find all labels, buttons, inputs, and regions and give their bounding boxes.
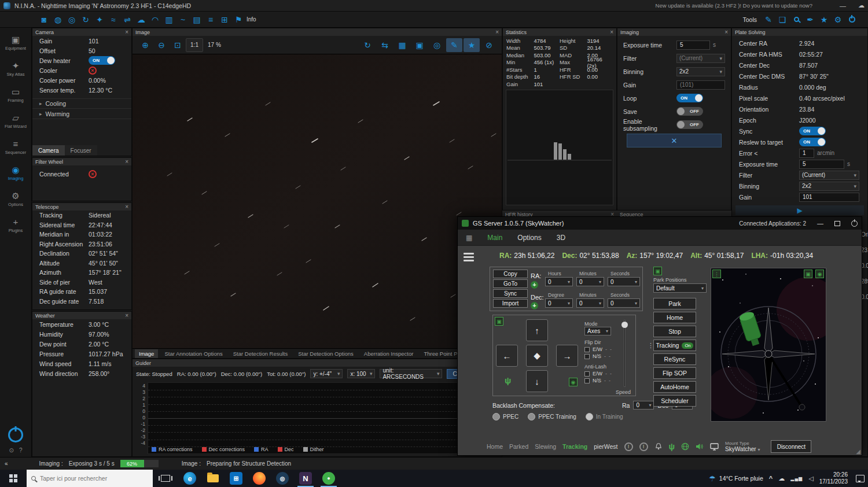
flip-sop-button[interactable]: Flip SOP — [653, 367, 696, 379]
gs-maximize-button[interactable] — [834, 221, 840, 226]
close-icon[interactable]: × — [125, 204, 128, 210]
legend-item[interactable]: Dither — [303, 447, 324, 452]
legend-item[interactable]: RA — [254, 447, 269, 452]
tray-cloud-icon[interactable]: ☁ — [778, 475, 785, 482]
legend-item[interactable]: RA corrections — [152, 447, 193, 452]
star-icon[interactable]: ★ — [817, 13, 831, 26]
taskbar-firefox[interactable] — [248, 470, 271, 487]
sync-button[interactable]: Sync — [493, 289, 528, 298]
park-edit-icon[interactable]: ▣ — [653, 267, 662, 275]
tab-camera[interactable]: Camera — [32, 145, 65, 156]
binning-select[interactable]: 2x2▾ — [676, 67, 725, 76]
minimize-button[interactable]: — — [840, 2, 846, 9]
platesolve-icon[interactable]: ⊞ — [218, 13, 231, 26]
gain-input[interactable]: (101) — [676, 80, 725, 90]
power-icon[interactable] — [845, 13, 859, 26]
close-icon[interactable]: × — [610, 29, 613, 35]
error-input[interactable]: 1 — [799, 149, 814, 158]
star-detect-icon[interactable]: ★ — [464, 38, 480, 52]
annotate-icon[interactable]: ✎ — [762, 13, 775, 26]
tab-focuser[interactable]: Focuser — [65, 145, 97, 156]
taskbar-search[interactable] — [27, 470, 153, 487]
brush-icon[interactable]: ✒ — [803, 13, 817, 26]
ps-binning-select[interactable]: 2x2▾ — [799, 182, 859, 191]
sidebar-item-options[interactable]: ⚙ Options — [0, 186, 31, 212]
save-toggle[interactable]: OFF — [676, 107, 703, 116]
lash-ew-checkbox[interactable] — [584, 371, 590, 377]
sync-toggle[interactable]: ON — [799, 127, 826, 135]
slew-north-button[interactable]: ↑ — [526, 319, 548, 341]
info-icon[interactable]: ⚑ — [231, 13, 245, 26]
tray-caret-icon[interactable]: ^ — [769, 475, 773, 482]
gs-tab-options[interactable]: Options — [517, 234, 541, 242]
ppec-training-indicator[interactable] — [528, 413, 535, 420]
subsampling-toggle[interactable]: OFF — [676, 120, 703, 129]
image-tab[interactable]: Aberration Inspector — [360, 349, 418, 358]
disconnect-button[interactable]: Disconnect — [771, 440, 811, 453]
handpad-monitor-icon[interactable]: ◉ — [569, 378, 578, 386]
telescope-icon[interactable]: ✦ — [93, 13, 106, 26]
weather-icon[interactable]: ☁ — [134, 13, 148, 26]
legend-item[interactable]: Dec — [278, 447, 294, 452]
guider-icon[interactable]: ≈ — [106, 13, 120, 26]
search-input[interactable] — [40, 475, 138, 482]
gs-tab-main[interactable]: Main — [487, 234, 502, 242]
usb-icon[interactable]: ψ — [505, 375, 511, 385]
park-position-select[interactable]: Default▾ — [653, 283, 707, 293]
reslew-toggle[interactable]: ON — [799, 138, 826, 146]
close-icon[interactable]: × — [125, 29, 128, 35]
usb-status-icon[interactable]: ψ — [669, 442, 675, 451]
slew-south-button[interactable]: ↓ — [526, 370, 548, 392]
ps-exposure-input[interactable]: 5 — [799, 160, 844, 169]
ra-minutes-select[interactable]: 0▾ — [576, 277, 604, 286]
eye-icon[interactable]: ⊙ — [9, 447, 14, 453]
tracking-button[interactable]: TrackingOn — [653, 340, 696, 351]
annotate-image-icon[interactable]: ✎ — [446, 38, 462, 52]
handpad-edit-icon[interactable]: ▣ — [495, 317, 503, 326]
park-button[interactable]: Park — [653, 298, 696, 309]
taskbar-nina[interactable]: N — [294, 470, 317, 487]
dew-heater-toggle[interactable]: ON — [89, 56, 115, 65]
ps-gain-input[interactable]: 101 — [799, 193, 859, 202]
flip-horizontal-icon[interactable]: ⇆ — [377, 38, 393, 52]
close-icon[interactable]: × — [125, 313, 128, 319]
image-tab[interactable]: Star Detection Options — [294, 349, 358, 358]
taskbar-sgp[interactable]: ● — [317, 470, 340, 487]
stop-button[interactable]: Stop — [653, 326, 696, 337]
platesolve-play-button[interactable]: ▶ — [735, 205, 864, 215]
gs-tab-3d[interactable]: 3D — [557, 234, 565, 242]
zoom-out-icon[interactable]: ⊖ — [153, 38, 170, 52]
grid-icon[interactable]: ▦ — [394, 38, 410, 52]
close-icon[interactable]: × — [125, 159, 128, 165]
lash-ns-checkbox[interactable] — [584, 378, 590, 383]
backlash-ra-select[interactable]: 0▾ — [633, 401, 654, 409]
sidebar-item-equipment[interactable]: ▣ Equipment — [0, 30, 31, 56]
dec-add-icon[interactable]: + — [531, 302, 538, 309]
taskbar-store[interactable]: ⊞ — [225, 470, 248, 487]
slew-stop-button[interactable]: ◆ — [526, 345, 548, 367]
taskbar-edge[interactable]: e — [178, 470, 201, 487]
cancel-exposure-button[interactable]: ✕ — [627, 134, 722, 147]
slew-west-button[interactable]: ← — [496, 345, 518, 367]
bell-icon[interactable] — [654, 442, 663, 451]
crosshair-icon[interactable]: ◎ — [429, 38, 445, 52]
scheduler-button[interactable]: Scheduler — [653, 395, 696, 407]
slew-east-button[interactable]: → — [556, 345, 578, 367]
ppec-indicator[interactable] — [492, 413, 500, 420]
autohome-button[interactable]: AutoHome — [653, 381, 696, 393]
start-button[interactable] — [0, 470, 27, 487]
dome-icon[interactable]: ◠ — [148, 13, 162, 26]
goto-button[interactable]: GoTo — [493, 279, 528, 288]
import-button[interactable]: Import — [493, 299, 528, 308]
flip-ns-checkbox[interactable] — [584, 354, 590, 359]
action-center-icon[interactable] — [856, 475, 865, 482]
layers-icon[interactable]: ❏ — [775, 13, 789, 26]
sidebar-item-sequencer[interactable]: ≡ Sequencer — [0, 134, 31, 160]
statistics-icon[interactable]: ▥ — [162, 13, 176, 26]
cloud-icon[interactable]: ☁ — [858, 2, 865, 9]
image-tab[interactable]: Image — [135, 349, 158, 358]
sidebar-item-flat-wizard[interactable]: ▱ Flat Wizard — [0, 108, 31, 134]
gs-minimize-button[interactable]: — — [817, 220, 823, 227]
image-tab[interactable]: Star Detection Results — [229, 349, 292, 358]
taskbar-explorer[interactable] — [201, 470, 225, 487]
